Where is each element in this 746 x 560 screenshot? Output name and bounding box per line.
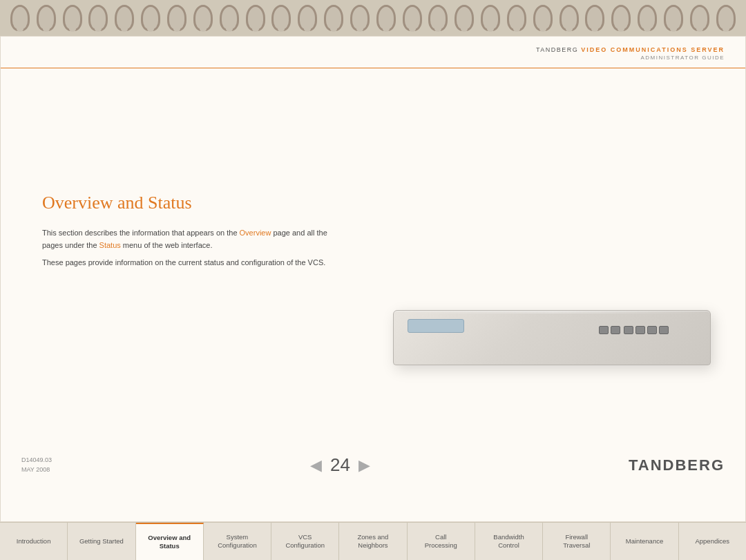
spiral-ring <box>481 5 500 31</box>
vcs-port-6 <box>659 326 669 334</box>
spiral-ring <box>246 5 265 31</box>
bottom-navigation: IntroductionGetting StartedOverview andS… <box>0 522 746 560</box>
nav-tab-vcs-configuration[interactable]: VCSConfiguration <box>271 523 339 560</box>
vcs-device <box>393 310 711 365</box>
product-orange-text: VIDEO COMMUNICATIONS SERVER <box>581 46 725 53</box>
vcs-port-group-2 <box>624 326 669 334</box>
spiral-ring <box>271 5 291 31</box>
spiral-ring <box>507 5 526 31</box>
nav-tab-firewall-traversal[interactable]: FirewallTraversal <box>543 523 611 560</box>
spiral-ring <box>585 5 604 31</box>
header-subtitle: ADMINISTRATOR GUIDE <box>21 55 725 61</box>
spiral-ring <box>193 5 213 31</box>
footer-doc-info: D14049.03 MAY 2008 <box>21 456 52 474</box>
spiral-ring <box>428 5 448 31</box>
vcs-port-3 <box>624 326 633 334</box>
spiral-ring <box>37 5 56 31</box>
page-area: TANDBERG VIDEO COMMUNICATIONS SERVER ADM… <box>0 36 746 522</box>
nav-tab-appendices[interactable]: Appendices <box>679 523 746 560</box>
vcs-ports <box>599 326 669 334</box>
spiral-ring <box>324 5 343 31</box>
spiral-ring <box>533 5 553 31</box>
status-link[interactable]: Status <box>99 241 121 249</box>
overview-link[interactable]: Overview <box>240 229 271 237</box>
nav-tab-getting-started[interactable]: Getting Started <box>68 523 135 560</box>
spiral-ring <box>141 5 160 31</box>
vcs-port-2 <box>611 326 620 334</box>
header-title: TANDBERG VIDEO COMMUNICATIONS SERVER <box>21 46 725 53</box>
section-paragraph-1: This section describes the information t… <box>42 227 339 251</box>
vcs-port-group-1 <box>599 326 620 334</box>
spiral-ring <box>350 5 370 31</box>
vcs-port-1 <box>599 326 609 334</box>
spiral-ring <box>88 5 108 31</box>
footer-pagination: ◀ 24 ▶ <box>310 454 370 476</box>
doc-number: D14049.03 <box>21 456 52 465</box>
spiral-ring <box>664 5 683 31</box>
spiral-ring <box>220 5 239 31</box>
spiral-ring <box>455 5 474 31</box>
nav-tab-introduction[interactable]: Introduction <box>0 523 68 560</box>
spiral-ring <box>10 5 30 31</box>
vcs-device-image <box>393 310 725 393</box>
nav-tab-system-configuration[interactable]: SystemConfiguration <box>204 523 271 560</box>
nav-tab-maintenance[interactable]: Maintenance <box>611 523 678 560</box>
spiral-ring <box>638 5 657 31</box>
brand-text: TANDBERG <box>536 46 578 53</box>
spiral-ring <box>403 5 422 31</box>
page-header: TANDBERG VIDEO COMMUNICATIONS SERVER ADM… <box>1 37 745 68</box>
doc-date: MAY 2008 <box>21 465 52 475</box>
nav-tab-overview-status[interactable]: Overview andStatus <box>136 523 204 560</box>
spiral-ring <box>716 5 736 31</box>
spiral-ring <box>376 5 396 31</box>
prev-page-arrow[interactable]: ◀ <box>310 456 322 474</box>
vcs-port-5 <box>647 326 657 334</box>
page-number: 24 <box>330 454 350 476</box>
next-page-arrow[interactable]: ▶ <box>358 456 370 474</box>
spiral-ring <box>560 5 579 31</box>
nav-tab-call-processing[interactable]: CallProcessing <box>408 523 475 560</box>
section-paragraph-2: These pages provide information on the c… <box>42 257 339 269</box>
spiral-ring <box>690 5 709 31</box>
content-area: Overview and Status This section describ… <box>1 68 745 302</box>
spiral-ring <box>167 5 186 31</box>
vcs-port-4 <box>635 326 645 334</box>
nav-tab-zones-neighbors[interactable]: Zones andNeighbors <box>339 523 407 560</box>
spiral-ring <box>63 5 82 31</box>
spiral-ring <box>611 5 631 31</box>
section-body: This section describes the information t… <box>42 227 339 269</box>
nav-tab-bandwidth-control[interactable]: BandwidthControl <box>475 523 543 560</box>
page-footer: D14049.03 MAY 2008 ◀ 24 ▶ TANDBERG <box>1 450 745 480</box>
spiral-binding <box>0 0 746 36</box>
spiral-ring <box>298 5 317 31</box>
section-title: Overview and Status <box>42 193 704 213</box>
footer-brand: TANDBERG <box>629 456 725 474</box>
spiral-ring <box>115 5 134 31</box>
